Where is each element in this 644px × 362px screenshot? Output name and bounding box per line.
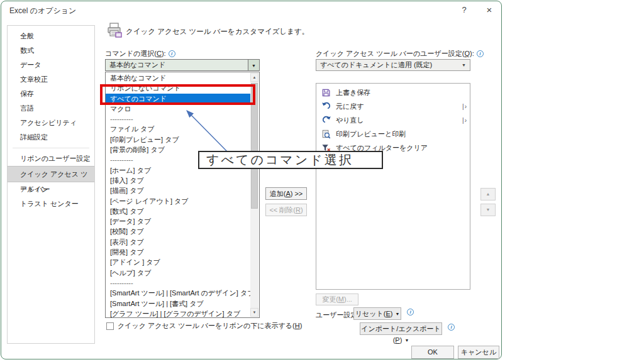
move-down-button: ▼: [480, 204, 496, 216]
scroll-down-icon[interactable]: ▼: [250, 308, 258, 317]
screen: Excel のオプション ? × 全般数式データ文章校正保存言語アクセシビリティ…: [0, 0, 644, 362]
command-list-item[interactable]: 基本的なコマンド: [106, 73, 250, 83]
qat-customize-icon: [106, 22, 123, 41]
modify-button: 変更(M)...: [316, 293, 358, 305]
info-icon: i: [407, 309, 414, 315]
chevron-down-icon: ▼: [252, 63, 256, 68]
command-list-item[interactable]: [開発] タブ: [106, 247, 250, 257]
qat-item-label: 上書き保存: [336, 88, 467, 97]
sidebar: 全般数式データ文章校正保存言語アクセシビリティ詳細設定リボンのユーザー設定クイッ…: [7, 25, 95, 344]
sidebar-item[interactable]: リボンのユーザー設定: [8, 151, 94, 166]
save-icon: [321, 87, 331, 97]
combobox-value: 基本的なコマンド: [109, 61, 165, 69]
import-export-button[interactable]: インポート/エクスポート(P)▼: [360, 322, 442, 335]
checkbox-label: クイック アクセス ツール バーをリボンの下に表示する(H): [118, 321, 302, 331]
split-chevron-icon: |›: [462, 103, 467, 110]
sidebar-item[interactable]: アドイン: [8, 182, 94, 197]
sidebar-item[interactable]: クイック アクセス ツール バー: [8, 166, 94, 182]
command-list-item[interactable]: [印刷プレビュー] タブ: [106, 134, 250, 145]
command-list-item[interactable]: [表示] タブ: [106, 237, 250, 247]
command-list-item[interactable]: [ページ レイアウト] タブ: [106, 196, 250, 206]
command-list-item[interactable]: ファイル タブ: [106, 124, 250, 134]
qat-list-item[interactable]: 印刷プレビューと印刷: [316, 127, 470, 141]
sidebar-item[interactable]: 詳細設定: [8, 130, 94, 145]
titlebar: Excel のオプション ? ×: [1, 1, 501, 19]
customize-qat-label: クイック アクセス ツール バーのユーザー設定(Q):i: [316, 49, 484, 58]
combobox-value: すべてのドキュメントに適用 (既定): [320, 61, 432, 69]
command-list-item[interactable]: すべてのコマンド: [106, 94, 250, 104]
chevron-down-icon: ▼: [462, 60, 466, 70]
command-list-item[interactable]: [アドイン ] タブ: [106, 257, 250, 267]
close-icon[interactable]: ×: [480, 4, 498, 16]
qat-list-item[interactable]: やり直し|›: [316, 113, 470, 127]
info-icon: i: [477, 50, 484, 57]
command-list-item[interactable]: [SmartArt ツール] | [SmartArt のデザイン] タブ: [106, 288, 250, 298]
info-icon: i: [448, 324, 455, 331]
combobox-dropdown-button[interactable]: ▼: [248, 60, 259, 70]
sidebar-item[interactable]: 文章校正: [8, 72, 94, 87]
chevron-down-icon: ▼: [395, 312, 399, 316]
command-list-item[interactable]: [描画] タブ: [106, 185, 250, 195]
info-icon: i: [169, 50, 175, 57]
show-below-ribbon-checkbox-row: クイック アクセス ツール バーをリボンの下に表示する(H): [106, 321, 302, 331]
qat-list-item[interactable]: 上書き保存: [316, 85, 470, 99]
qat-item-label: やり直し: [336, 116, 462, 125]
command-list-item[interactable]: [データ] タブ: [106, 216, 250, 226]
annotation-callout: すべてのコマンド選択: [198, 151, 383, 169]
excel-options-dialog: Excel のオプション ? × 全般数式データ文章校正保存言語アクセシビリティ…: [1, 1, 502, 359]
help-icon[interactable]: ?: [455, 4, 473, 16]
sidebar-separator: [13, 148, 89, 148]
command-list-item[interactable]: [グラフ ツール] | [グラフのデザイン] タブ: [106, 309, 250, 318]
chevron-down-icon: ▼: [404, 338, 409, 343]
redo-icon: [321, 115, 331, 125]
commands-dropdown-list: 基本的なコマンドリボンにないコマンドすべてのコマンドマクロ----------フ…: [105, 72, 260, 318]
qat-item-label: 印刷プレビューと印刷: [336, 129, 467, 139]
qat-items-list: 上書き保存元に戻す|›やり直し|›印刷プレビューと印刷すべてのフィルターをクリア: [316, 83, 470, 290]
scroll-up-icon[interactable]: ▲: [250, 73, 258, 82]
add-button[interactable]: 追加(A) >>: [265, 187, 307, 200]
sidebar-item[interactable]: トラスト センター: [8, 197, 94, 211]
command-list-item[interactable]: [数式] タブ: [106, 206, 250, 216]
command-list-item[interactable]: マクロ: [106, 104, 250, 114]
ok-button[interactable]: OK: [411, 346, 454, 359]
sidebar-item[interactable]: 言語: [8, 101, 94, 116]
sidebar-item[interactable]: 数式: [8, 43, 94, 58]
commands-scrollbar[interactable]: ▲ ▼: [250, 73, 258, 317]
page-description: クイック アクセス ツール バーをカスタマイズします。: [126, 27, 309, 36]
qat-item-label: 元に戻す: [336, 102, 462, 111]
command-list-item[interactable]: [SmartArt ツール] | [書式] タブ: [106, 299, 250, 309]
reset-button[interactable]: リセット(E)▼: [353, 307, 401, 320]
command-list-item[interactable]: ----------: [106, 114, 250, 124]
choose-commands-combobox[interactable]: 基本的なコマンド ▼: [105, 59, 260, 71]
sidebar-item[interactable]: 保存: [8, 87, 94, 101]
command-list-item[interactable]: [ヘルプ] タブ: [106, 268, 250, 278]
show-below-ribbon-checkbox[interactable]: [106, 322, 114, 330]
sidebar-item[interactable]: 全般: [8, 29, 94, 43]
undo-icon: [321, 101, 331, 111]
split-chevron-icon: |›: [462, 117, 467, 124]
command-list-item[interactable]: [校閲] タブ: [106, 226, 250, 236]
sidebar-item[interactable]: アクセシビリティ: [8, 116, 94, 130]
command-list-item[interactable]: ----------: [106, 278, 250, 288]
sidebar-item[interactable]: データ: [8, 58, 94, 72]
print-preview-icon: [321, 129, 331, 139]
choose-commands-label: コマンドの選択(C):i: [105, 49, 175, 58]
up-arrow-icon: ▲: [486, 192, 491, 196]
move-up-button: ▲: [480, 188, 496, 200]
remove-button: << 削除(R): [265, 204, 307, 216]
dialog-title: Excel のオプション: [9, 6, 76, 16]
qat-list-item[interactable]: 元に戻す|›: [316, 99, 470, 113]
apply-to-combobox[interactable]: すべてのドキュメントに適用 (既定) ▼: [316, 59, 470, 71]
cancel-button[interactable]: キャンセル: [458, 346, 499, 359]
down-arrow-icon: ▼: [486, 207, 491, 212]
command-list-item[interactable]: リボンにないコマンド: [106, 83, 250, 93]
command-list-item[interactable]: [挿入] タブ: [106, 175, 250, 185]
scrollbar-thumb[interactable]: [251, 83, 258, 209]
